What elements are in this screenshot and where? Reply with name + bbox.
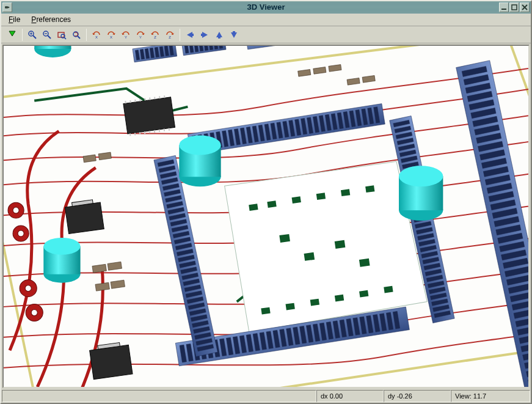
svg-rect-2 (512, 5, 517, 10)
status-view: View: 11.7 (451, 390, 530, 402)
svg-point-275 (399, 166, 443, 186)
svg-rect-25 (310, 299, 319, 306)
window-title: 3D Viewer (1, 2, 531, 12)
move-right-button[interactable] (198, 28, 211, 42)
menu-preferences[interactable]: Preferences (26, 14, 76, 25)
status-spacer (2, 390, 316, 402)
svg-rect-19 (292, 196, 301, 204)
svg-text:Z: Z (169, 35, 171, 39)
3d-viewport[interactable] (2, 45, 530, 388)
svg-line-226 (125, 101, 126, 103)
svg-text:X: X (110, 35, 112, 39)
svg-rect-27 (359, 290, 368, 298)
rotate-z-neg-button[interactable]: Z (148, 28, 162, 42)
svg-rect-29 (279, 234, 290, 243)
svg-point-272 (179, 136, 220, 155)
svg-line-230 (145, 98, 145, 101)
move-down-button[interactable] (227, 28, 241, 42)
svg-point-266 (31, 310, 37, 316)
rotate-y-pos-button[interactable]: Y (134, 28, 147, 42)
rotate-x-pos-button[interactable]: X (104, 28, 118, 42)
svg-text:Y: Y (139, 35, 142, 39)
svg-line-239 (150, 131, 150, 133)
svg-line-227 (130, 100, 131, 103)
menu-bar: File Preferences (1, 13, 531, 27)
svg-line-243 (169, 128, 170, 131)
svg-rect-17 (249, 204, 258, 211)
svg-line-242 (164, 129, 165, 131)
svg-line-232 (155, 97, 155, 100)
svg-marker-16 (225, 161, 428, 332)
svg-line-236 (135, 133, 136, 136)
toolbar-separator (22, 29, 23, 41)
svg-rect-30 (304, 252, 315, 261)
svg-line-235 (130, 134, 131, 136)
svg-rect-31 (335, 240, 346, 249)
svg-line-238 (145, 131, 145, 134)
title-bar[interactable]: 3D Viewer (1, 1, 531, 13)
window-menu-btn[interactable] (2, 2, 12, 12)
svg-point-264 (25, 285, 31, 292)
rotate-z-pos-button[interactable]: Z (163, 28, 177, 42)
toolbar-separator (180, 29, 180, 41)
zoom-fit-button[interactable] (55, 28, 68, 42)
move-left-button[interactable] (183, 28, 197, 42)
move-up-button[interactable] (213, 28, 226, 42)
svg-line-231 (150, 98, 150, 100)
redraw-button[interactable] (70, 28, 83, 42)
app-window: 3D Viewer File Preferences (0, 0, 532, 404)
svg-text:Y: Y (125, 35, 127, 39)
status-dx: dx 0.00 (316, 390, 384, 402)
svg-rect-21 (341, 189, 350, 196)
svg-line-237 (140, 132, 140, 134)
svg-line-234 (164, 95, 165, 98)
menu-file[interactable]: File (4, 14, 25, 25)
svg-rect-24 (286, 303, 295, 310)
svg-point-0 (5, 6, 7, 9)
svg-line-240 (155, 130, 155, 133)
maximize-button[interactable] (509, 2, 519, 12)
svg-line-229 (140, 99, 140, 101)
svg-text:X: X (95, 35, 98, 39)
zoom-out-button[interactable] (40, 28, 54, 42)
svg-rect-244 (65, 202, 104, 233)
svg-line-233 (159, 97, 160, 99)
svg-rect-28 (384, 286, 393, 293)
svg-point-260 (13, 207, 19, 213)
reload-button[interactable] (5, 28, 19, 42)
svg-text:Z: Z (154, 35, 156, 39)
svg-rect-23 (261, 307, 270, 315)
svg-point-262 (18, 230, 24, 237)
svg-rect-1 (501, 9, 506, 10)
status-dy: dy -0.26 (384, 390, 451, 402)
svg-rect-246 (90, 345, 133, 380)
rotate-x-neg-button[interactable]: X (90, 28, 103, 42)
svg-rect-26 (335, 295, 344, 302)
svg-rect-20 (316, 193, 326, 200)
rotate-y-neg-button[interactable]: Y (119, 28, 133, 42)
svg-rect-18 (267, 200, 276, 208)
status-bar: dx 0.00 dy -0.26 View: 11.7 (1, 389, 531, 403)
svg-rect-32 (359, 259, 370, 267)
svg-rect-268 (34, 46, 71, 49)
svg-line-241 (159, 130, 160, 132)
svg-rect-22 (365, 185, 374, 193)
minimize-button[interactable] (499, 2, 509, 12)
close-button[interactable] (520, 2, 530, 12)
svg-line-228 (135, 100, 136, 102)
toolbar: X X Y Y Z Z (1, 26, 531, 43)
zoom-in-button[interactable] (26, 28, 39, 42)
svg-point-278 (43, 238, 80, 255)
toolbar-separator (86, 29, 87, 41)
